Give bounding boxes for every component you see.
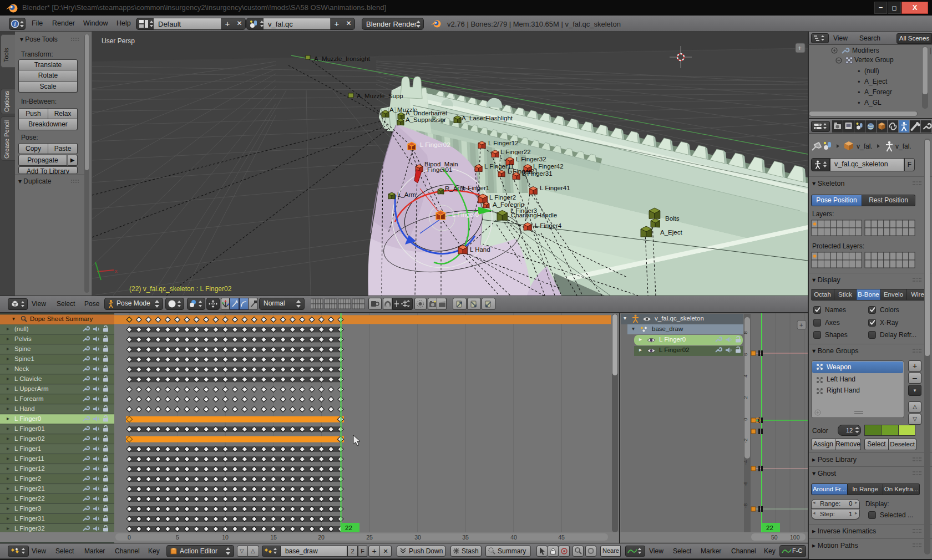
svg-text:L Finger1: L Finger1 [463, 185, 489, 191]
svg-text:Finger01: Finger01 [427, 166, 452, 173]
svg-text:L Finger0: L Finger0 [452, 211, 479, 218]
svg-text:45: 45 [558, 534, 565, 541]
svg-text:0: 0 [742, 418, 748, 420]
svg-text:A_LaserFlashlight: A_LaserFlashlight [462, 115, 513, 121]
svg-text:ChargingHandle: ChargingHandle [511, 212, 557, 218]
svg-text:L Finger32: L Finger32 [516, 156, 546, 162]
svg-text:L Finger02: L Finger02 [420, 141, 450, 148]
svg-text:22: 22 [766, 525, 773, 531]
svg-text:Bolts: Bolts [665, 215, 680, 222]
svg-text:22: 22 [345, 525, 352, 531]
svg-text:A_Suppressor: A_Suppressor [406, 116, 446, 123]
svg-text:v_fal.: v_fal. [895, 142, 911, 150]
svg-text:40: 40 [510, 534, 517, 541]
svg-text:15: 15 [270, 534, 277, 541]
svg-text:50: 50 [771, 534, 778, 541]
svg-text:v_fal.: v_fal. [857, 142, 873, 150]
svg-text:20: 20 [318, 534, 325, 541]
svg-text:+: + [798, 44, 802, 52]
svg-text:x: x [115, 268, 118, 274]
svg-text:L Finger41: L Finger41 [540, 185, 570, 191]
svg-text:0: 0 [128, 534, 131, 541]
svg-text:8: 8 [742, 331, 748, 334]
svg-text:10: 10 [222, 534, 229, 541]
svg-text:A_Eject: A_Eject [660, 229, 682, 236]
svg-text:-8: -8 [742, 503, 748, 508]
svg-text:A_Muzzle_Ironsight: A_Muzzle_Ironsight [314, 55, 371, 62]
svg-text:L Finger22: L Finger22 [500, 149, 531, 155]
svg-text:(22) v_fal.qc_skeleton : L Fin: (22) v_fal.qc_skeleton : L Finger02 [129, 285, 232, 293]
svg-text:2: 2 [742, 396, 748, 399]
svg-text:User Persp: User Persp [102, 37, 135, 45]
svg-text:-6: -6 [742, 482, 748, 486]
svg-text:L Hand: L Hand [470, 246, 490, 253]
svg-text:35: 35 [462, 534, 469, 541]
svg-text:25: 25 [366, 534, 373, 541]
svg-text:+: + [799, 322, 803, 328]
svg-text:-4: -4 [742, 460, 748, 465]
svg-text:L Finger12: L Finger12 [488, 140, 519, 146]
svg-text:L Finger2: L Finger2 [489, 194, 516, 201]
svg-text:L_Arm: L_Arm [397, 191, 416, 198]
svg-text:L Finger4: L Finger4 [535, 222, 562, 229]
svg-text:A_Muzzle_Supp: A_Muzzle_Supp [357, 93, 403, 99]
svg-text:5: 5 [176, 534, 179, 541]
svg-text:100: 100 [790, 534, 800, 541]
svg-text:A_Underbarrel: A_Underbarrel [406, 110, 447, 116]
svg-text:-2: -2 [742, 439, 748, 443]
svg-text:L Finger31: L Finger31 [522, 170, 553, 177]
svg-text:30: 30 [414, 534, 421, 541]
svg-text:R_Arm: R_Arm [445, 185, 465, 192]
svg-text:4: 4 [742, 374, 748, 377]
svg-text:i: i [14, 21, 16, 27]
